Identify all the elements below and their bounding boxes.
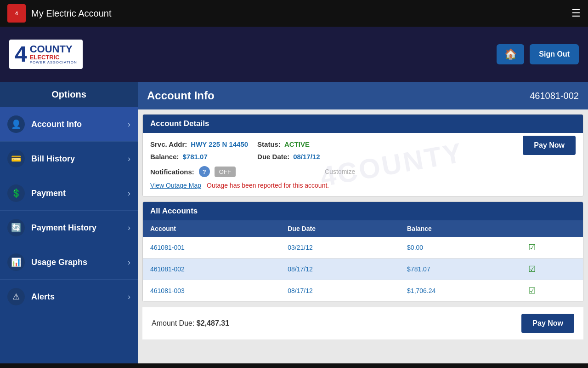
table-header-row: Account Due Date Balance bbox=[143, 220, 583, 237]
sidebar-item-payment[interactable]: 💲 Payment › bbox=[0, 176, 138, 211]
sidebar-label-account-info: Account Info bbox=[31, 120, 128, 129]
notifications-row: Notifications: ? OFF Customize bbox=[150, 166, 355, 177]
check-icon: ☑ bbox=[528, 286, 536, 295]
due-date-cell: 03/21/12 bbox=[280, 237, 400, 259]
content-header: Account Info 461081-002 bbox=[138, 82, 588, 109]
arrow-bill-history: › bbox=[128, 154, 130, 164]
table-row[interactable]: 461081-002 08/17/12 $781.07 ☑ bbox=[143, 259, 583, 280]
app-logo-small: 4 bbox=[7, 4, 26, 23]
account-details-body-wrapper: 4COUNTY Srvc. Addr: HWY 225 N 14450 Stat… bbox=[143, 133, 583, 196]
amount-footer: Amount Due: $2,487.31 Pay Now bbox=[142, 307, 583, 339]
accounts-table: Account Due Date Balance 461081-001 03/2… bbox=[143, 220, 583, 302]
due-date-value: 08/17/12 bbox=[293, 153, 320, 161]
help-icon[interactable]: ? bbox=[199, 166, 210, 177]
svc-addr-row: Srvc. Addr: HWY 225 N 14450 bbox=[150, 140, 248, 148]
svc-addr-label: Srvc. Addr: bbox=[150, 140, 187, 148]
sidebar-item-alerts[interactable]: ⚠ Alerts › bbox=[0, 280, 138, 314]
check-icon: ☑ bbox=[528, 243, 536, 252]
hamburger-icon[interactable]: ☰ bbox=[571, 7, 581, 19]
logo-area: 4 COUNTY ELECTRIC POWER ASSOCIATION bbox=[9, 40, 497, 69]
logo-text-area: COUNTY ELECTRIC POWER ASSOCIATION bbox=[30, 44, 77, 64]
balance-cell: $781.07 bbox=[400, 259, 521, 280]
payment-history-icon: 🔄 bbox=[7, 219, 25, 236]
balance-value: $781.07 bbox=[183, 153, 208, 161]
top-bar-title: My Electric Account bbox=[31, 8, 571, 19]
sidebar-item-payment-history[interactable]: 🔄 Payment History › bbox=[0, 211, 138, 245]
arrow-account-info: › bbox=[128, 120, 130, 129]
logo-sub: POWER ASSOCIATION bbox=[30, 60, 77, 64]
account-details-card: Account Details 4COUNTY Srvc. Addr: HWY … bbox=[142, 114, 583, 197]
check-icon: ☑ bbox=[528, 264, 536, 274]
account-details-body: Srvc. Addr: HWY 225 N 14450 Status: ACTI… bbox=[143, 133, 583, 196]
amount-due-value: $2,487.31 bbox=[197, 319, 229, 327]
check-cell: ☑ bbox=[521, 259, 583, 280]
pay-now-button-footer[interactable]: Pay Now bbox=[521, 314, 574, 333]
balance-label: Balance: bbox=[150, 153, 179, 161]
all-accounts-card: All Accounts Account Due Date Balance 46… bbox=[142, 201, 583, 302]
content-account-number: 461081-002 bbox=[530, 91, 579, 101]
due-date-label: Due Date: bbox=[257, 153, 289, 161]
account-cell: 461081-001 bbox=[143, 237, 280, 259]
notifications-toggle[interactable]: OFF bbox=[215, 167, 236, 177]
outage-row: View Outage Map Outage has been reported… bbox=[150, 182, 355, 189]
main-layout: Options 👤 Account Info › 💳 Bill History … bbox=[0, 82, 588, 363]
sidebar: Options 👤 Account Info › 💳 Bill History … bbox=[0, 82, 138, 363]
sidebar-label-bill-history: Bill History bbox=[31, 154, 128, 164]
logo-number: 4 bbox=[15, 43, 27, 65]
account-details-header: Account Details bbox=[143, 115, 583, 133]
balance-cell: $1,706.24 bbox=[400, 280, 521, 302]
bill-history-icon: 💳 bbox=[7, 150, 25, 167]
account-info-icon: 👤 bbox=[7, 115, 25, 133]
sidebar-label-alerts: Alerts bbox=[31, 292, 128, 302]
table-row[interactable]: 461081-003 08/17/12 $1,706.24 ☑ bbox=[143, 280, 583, 302]
content-area: Account Info 461081-002 Account Details … bbox=[138, 82, 588, 363]
col-balance: Balance bbox=[400, 220, 521, 237]
balance-cell: $0.00 bbox=[400, 237, 521, 259]
account-cell: 461081-002 bbox=[143, 259, 280, 280]
balance-row: Balance: $781.07 bbox=[150, 153, 248, 161]
bottom-bar: ◁ △ ▫ ⚙ 🔒 3:48 🔷 📶 🔋 bbox=[0, 363, 588, 368]
signout-button[interactable]: Sign Out bbox=[530, 44, 579, 64]
col-due-date: Due Date bbox=[280, 220, 400, 237]
sidebar-label-payment: Payment bbox=[31, 189, 128, 198]
logo-electric: ELECTRIC bbox=[30, 54, 77, 60]
arrow-payment-history: › bbox=[128, 223, 130, 233]
header-buttons: 🏠 Sign Out bbox=[497, 44, 579, 64]
sidebar-label-payment-history: Payment History bbox=[31, 223, 128, 233]
view-outage-link[interactable]: View Outage Map bbox=[150, 182, 201, 189]
check-cell: ☑ bbox=[521, 280, 583, 302]
sidebar-label-usage-graphs: Usage Graphs bbox=[31, 258, 128, 267]
arrow-payment: › bbox=[128, 189, 130, 198]
alerts-icon: ⚠ bbox=[7, 288, 25, 305]
amount-due-label: Amount Due: bbox=[152, 319, 194, 327]
notifications-label: Notifications: bbox=[150, 168, 194, 176]
amount-due-row: Amount Due: $2,487.31 bbox=[152, 319, 229, 328]
sidebar-item-account-info[interactable]: 👤 Account Info › bbox=[0, 107, 138, 142]
arrow-alerts: › bbox=[128, 292, 130, 302]
due-date-cell: 08/17/12 bbox=[280, 259, 400, 280]
svc-addr-value: HWY 225 N 14450 bbox=[191, 140, 248, 148]
detail-grid: Srvc. Addr: HWY 225 N 14450 Status: ACTI… bbox=[150, 140, 355, 161]
header: 4 COUNTY ELECTRIC POWER ASSOCIATION 🏠 Si… bbox=[0, 27, 588, 82]
arrow-usage-graphs: › bbox=[128, 258, 130, 267]
status-label: Status: bbox=[257, 140, 281, 148]
pay-now-button-details[interactable]: Pay Now bbox=[523, 136, 576, 155]
status-row: Status: ACTIVE bbox=[257, 140, 355, 148]
col-account: Account bbox=[143, 220, 280, 237]
top-bar: 4 My Electric Account ☰ bbox=[0, 0, 588, 27]
usage-graphs-icon: 📊 bbox=[7, 253, 25, 271]
sidebar-item-usage-graphs[interactable]: 📊 Usage Graphs › bbox=[0, 245, 138, 280]
account-cell: 461081-003 bbox=[143, 280, 280, 302]
table-row[interactable]: 461081-001 03/21/12 $0.00 ☑ bbox=[143, 237, 583, 259]
home-button[interactable]: 🏠 bbox=[497, 44, 524, 64]
due-date-row: Due Date: 08/17/12 bbox=[257, 153, 355, 161]
customize-link[interactable]: Customize bbox=[325, 168, 355, 175]
due-date-cell: 08/17/12 bbox=[280, 280, 400, 302]
payment-icon: 💲 bbox=[7, 184, 25, 202]
logo-county: COUNTY bbox=[30, 44, 77, 54]
options-header: Options bbox=[0, 82, 138, 107]
check-cell: ☑ bbox=[521, 237, 583, 259]
status-value: ACTIVE bbox=[284, 140, 310, 148]
all-accounts-header: All Accounts bbox=[143, 202, 583, 220]
sidebar-item-bill-history[interactable]: 💳 Bill History › bbox=[0, 142, 138, 176]
